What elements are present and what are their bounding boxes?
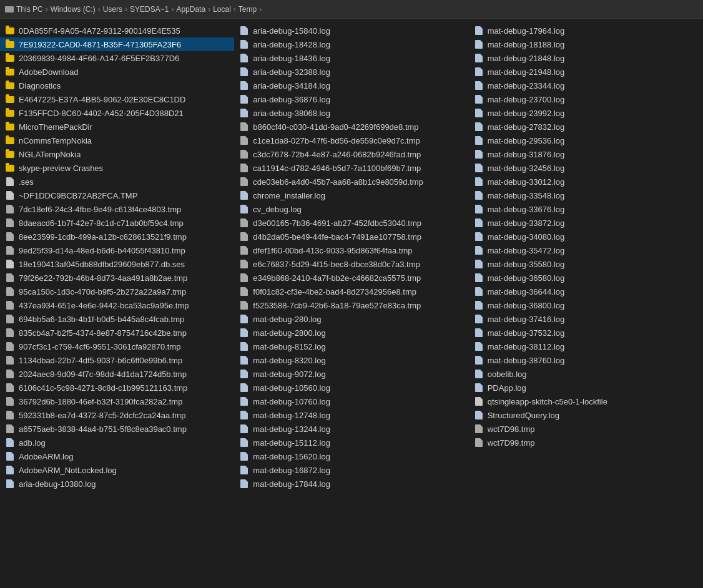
file-item[interactable]: mat-debug-18188.log: [469, 37, 703, 51]
file-item[interactable]: c1ce1da8-027b-47f6-bd56-de559c0e9d7c.tmp: [234, 134, 468, 147]
file-item[interactable]: aria-debug-34184.log: [234, 79, 468, 92]
file-item[interactable]: mat-debug-23700.log: [469, 92, 703, 106]
file-item[interactable]: mat-debug-23344.log: [469, 79, 703, 92]
breadcrumb-item-temp[interactable]: Temp: [238, 5, 257, 14]
file-item[interactable]: 1134dbad-22b7-4df5-9037-b6c6ff0e99b6.tmp: [0, 353, 234, 367]
file-item[interactable]: E4647225-E37A-4BB5-9062-02E30EC8C1DD: [0, 92, 234, 106]
file-item[interactable]: wct7D98.tmp: [469, 422, 703, 436]
file-item[interactable]: mat-debug-33872.log: [469, 216, 703, 230]
file-item[interactable]: mat-debug-17964.log: [469, 24, 703, 37]
file-item[interactable]: aria-debug-36876.log: [234, 92, 468, 106]
file-item[interactable]: cv_debug.log: [234, 202, 468, 216]
file-item[interactable]: NGLATempNokia: [0, 147, 234, 161]
file-item[interactable]: skype-preview Crashes: [0, 161, 234, 175]
file-item[interactable]: mat-debug-17844.log: [234, 477, 468, 491]
file-item[interactable]: aria-debug-18428.log: [234, 37, 468, 51]
file-item[interactable]: PDApp.log: [469, 381, 703, 394]
file-item[interactable]: 694bb5a6-1a3b-4b1f-b0d5-b445a8c4fcab.tmp: [0, 312, 234, 326]
breadcrumb-item-users[interactable]: Users: [103, 5, 122, 14]
file-item[interactable]: cde03eb6-a4d0-45b7-aa68-a8b1c9e8059d.tmp: [234, 175, 468, 189]
breadcrumb-item-user[interactable]: SYEDSA~1: [130, 5, 169, 14]
file-item[interactable]: 7E919322-CAD0-4871-B35F-471305FA23F6: [0, 37, 234, 51]
file-item[interactable]: aria-debug-38068.log: [234, 106, 468, 120]
file-item[interactable]: mat-debug-33012.log: [469, 175, 703, 189]
file-item[interactable]: 6106c41c-5c98-4271-8c8d-c1b995121163.tmp: [0, 381, 234, 394]
file-item[interactable]: 2024aec8-9d09-4f7c-98dd-4d1da1724d5b.tmp: [0, 367, 234, 381]
file-item[interactable]: mat-debug-34080.log: [469, 230, 703, 243]
file-item[interactable]: f0f01c82-cf3e-4be2-bad4-8d27342956e8.tmp: [234, 285, 468, 298]
file-item[interactable]: mat-debug-32456.log: [469, 161, 703, 175]
file-item[interactable]: dfef1f60-00bd-413c-9033-95d863f64faa.tmp: [234, 243, 468, 257]
file-item[interactable]: F135FFCD-8C60-4402-A452-205F4D388D21: [0, 106, 234, 120]
file-item[interactable]: mat-debug-33548.log: [469, 189, 703, 202]
file-item[interactable]: 36792d6b-1880-46ef-b32f-3190fca282a2.tmp: [0, 394, 234, 408]
file-item[interactable]: AdobeDownload: [0, 65, 234, 79]
file-item[interactable]: mat-debug-29536.log: [469, 134, 703, 147]
file-item[interactable]: mat-debug-21848.log: [469, 51, 703, 65]
file-item[interactable]: mat-debug-13244.log: [234, 422, 468, 436]
file-item[interactable]: Diagnostics: [0, 79, 234, 92]
file-item[interactable]: 907cf3c1-c759-4cf6-9551-3061cfa92870.tmp: [0, 340, 234, 353]
file-item[interactable]: oobelib.log: [469, 367, 703, 381]
file-item[interactable]: ~DF1DDC9BCB72AB2FCA.TMP: [0, 189, 234, 202]
file-item[interactable]: mat-debug-35580.log: [469, 257, 703, 271]
file-item[interactable]: mat-debug-33676.log: [469, 202, 703, 216]
file-item[interactable]: e349b868-2410-4a7f-bb2e-c46682ca5575.tmp: [234, 271, 468, 285]
file-item[interactable]: mat-debug-16872.log: [234, 463, 468, 477]
file-item[interactable]: mat-debug-36580.log: [469, 271, 703, 285]
file-item[interactable]: mat-debug-37416.log: [469, 312, 703, 326]
file-item[interactable]: 0DA855F4-9A05-4A72-9312-900149E4E535: [0, 24, 234, 37]
file-item[interactable]: AdobeARM.log: [0, 449, 234, 463]
file-item[interactable]: mat-debug-8152.log: [234, 340, 468, 353]
file-item[interactable]: mat-debug-23992.log: [469, 106, 703, 120]
file-item[interactable]: 18e190413af045db88dfbd29609eb877.db.ses: [0, 257, 234, 271]
breadcrumb-item-pc[interactable]: This PC: [16, 5, 43, 14]
file-item[interactable]: mat-debug-10760.log: [234, 394, 468, 408]
file-item[interactable]: AdobeARM_NotLocked.log: [0, 463, 234, 477]
file-item[interactable]: mat-debug-36644.log: [469, 285, 703, 298]
breadcrumb-item-local[interactable]: Local: [213, 5, 231, 14]
file-item[interactable]: mat-debug-2800.log: [234, 326, 468, 340]
file-item[interactable]: mat-debug-31876.log: [469, 147, 703, 161]
file-item[interactable]: mat-debug-15112.log: [234, 436, 468, 449]
file-item[interactable]: MicroThemePackDir: [0, 120, 234, 134]
file-item[interactable]: 8ee23599-1cdb-499a-a12b-c628613521f9.tmp: [0, 230, 234, 243]
file-item[interactable]: ca11914c-d782-4946-b5d7-7a1100bf69b7.tmp: [234, 161, 468, 175]
file-item[interactable]: qtsingleapp-skitch-c5e0-1-lockfile: [469, 394, 703, 408]
file-item[interactable]: 79f26e22-792b-46b4-8d73-4aa491a8b2ae.tmp: [0, 271, 234, 285]
file-item[interactable]: d3e00165-7b36-4691-ab27-452fdbc53040.tmp: [234, 216, 468, 230]
file-item[interactable]: 9ed25f39-d14a-48ed-b6d6-b44055f43810.tmp: [0, 243, 234, 257]
file-item[interactable]: b860cf40-c030-41dd-9ad0-42269f699de8.tmp: [234, 120, 468, 134]
file-item[interactable]: f5253588-7cb9-42b6-8a18-79ae527e83ca.tmp: [234, 298, 468, 312]
file-item[interactable]: mat-debug-10560.log: [234, 381, 468, 394]
file-item[interactable]: e6c76837-5d29-4f15-bec8-dbce38d0c7a3.tmp: [234, 257, 468, 271]
file-item[interactable]: adb.log: [0, 436, 234, 449]
file-item[interactable]: mat-debug-280.log: [234, 312, 468, 326]
file-item[interactable]: wct7D99.tmp: [469, 436, 703, 449]
breadcrumb-item-appdata[interactable]: AppData: [176, 5, 205, 14]
file-item[interactable]: mat-debug-8320.log: [234, 353, 468, 367]
file-item[interactable]: mat-debug-15620.log: [234, 449, 468, 463]
file-item[interactable]: mat-debug-21948.log: [469, 65, 703, 79]
file-item[interactable]: mat-debug-38112.log: [469, 340, 703, 353]
file-item[interactable]: 8daeacd6-1b7f-42e7-8c1d-c71ab0bf59c4.tmp: [0, 216, 234, 230]
file-item[interactable]: 20369839-4984-4F66-A147-6F5EF2B377D6: [0, 51, 234, 65]
file-item[interactable]: 835cb4a7-b2f5-4374-8e87-8754716c42be.tmp: [0, 326, 234, 340]
file-item[interactable]: c3dc7678-72b4-4e87-a246-0682b9246fad.tmp: [234, 147, 468, 161]
file-item[interactable]: aria-debug-15840.log: [234, 24, 468, 37]
file-item[interactable]: .ses: [0, 175, 234, 189]
file-item[interactable]: mat-debug-36800.log: [469, 298, 703, 312]
file-item[interactable]: aria-debug-18436.log: [234, 51, 468, 65]
file-item[interactable]: 592331b8-ea7d-4372-87c5-2dcfc2ca24aa.tmp: [0, 408, 234, 422]
file-item[interactable]: mat-debug-12748.log: [234, 408, 468, 422]
file-item[interactable]: 95ca150c-1d3c-470d-b9f5-2b272a22a9a7.tmp: [0, 285, 234, 298]
file-item[interactable]: mat-debug-37532.log: [469, 326, 703, 340]
file-item[interactable]: mat-debug-27832.log: [469, 120, 703, 134]
file-item[interactable]: mat-debug-38760.log: [469, 353, 703, 367]
file-item[interactable]: a6575aeb-3838-44a4-b751-5f8c8ea39ac0.tmp: [0, 422, 234, 436]
file-item[interactable]: 437ea934-651e-4e6e-9442-bca53ac9a95e.tmp: [0, 298, 234, 312]
file-item[interactable]: aria-debug-32388.log: [234, 65, 468, 79]
file-item[interactable]: mat-debug-9072.log: [234, 367, 468, 381]
file-item[interactable]: chrome_installer.log: [234, 189, 468, 202]
file-item[interactable]: nCommsTempNokia: [0, 134, 234, 147]
